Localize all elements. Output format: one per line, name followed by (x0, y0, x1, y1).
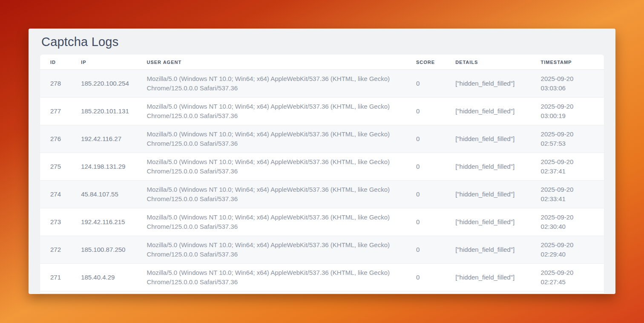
cell-details: ["hidden_field_filled"] (445, 208, 530, 236)
cell-timestamp: 2025-09-20 02:27:45 (531, 264, 604, 291)
cell-timestamp: 2025-09-20 02:29:40 (531, 236, 604, 264)
cell-timestamp: 2025-09-20 02:33:41 (531, 181, 604, 208)
cell-user_agent: Mozilla/5.0 (Windows NT 10.0; Win64; x64… (137, 153, 406, 181)
cell-details: ["hidden_field_filled"] (445, 98, 530, 125)
table-row: 278185.220.100.254Mozilla/5.0 (Windows N… (40, 70, 604, 98)
table-row: 27445.84.107.55Mozilla/5.0 (Windows NT 1… (40, 181, 604, 208)
cell-id: 275 (40, 153, 71, 181)
cell-id: 274 (40, 181, 71, 208)
cell-score: 0 (406, 208, 445, 236)
captcha-logs-card: Captcha Logs IDIPUSER AGENTSCOREDETAILST… (29, 29, 615, 294)
cell-ip: 185.40.4.29 (71, 264, 136, 291)
cell-id: 278 (40, 70, 71, 98)
logs-table: IDIPUSER AGENTSCOREDETAILSTIMESTAMP 2781… (40, 55, 604, 291)
cell-user_agent: Mozilla/5.0 (Windows NT 10.0; Win64; x64… (137, 181, 406, 208)
logs-table-head: IDIPUSER AGENTSCOREDETAILSTIMESTAMP (40, 55, 604, 70)
logs-table-header-row: IDIPUSER AGENTSCOREDETAILSTIMESTAMP (40, 55, 604, 70)
table-row: 272185.100.87.250Mozilla/5.0 (Windows NT… (40, 236, 604, 264)
table-row: 271185.40.4.29Mozilla/5.0 (Windows NT 10… (40, 264, 604, 291)
cell-id: 272 (40, 236, 71, 264)
column-header-score: SCORE (406, 55, 445, 70)
cell-details: ["hidden_field_filled"] (445, 236, 530, 264)
logs-table-body: 278185.220.100.254Mozilla/5.0 (Windows N… (40, 70, 604, 291)
cell-user_agent: Mozilla/5.0 (Windows NT 10.0; Win64; x64… (137, 236, 406, 264)
cell-id: 276 (40, 125, 71, 153)
cell-id: 271 (40, 264, 71, 291)
cell-timestamp: 2025-09-20 02:30:40 (531, 208, 604, 236)
column-header-ip: IP (71, 55, 136, 70)
cell-score: 0 (406, 125, 445, 153)
cell-details: ["hidden_field_filled"] (445, 125, 530, 153)
table-row: 275124.198.131.29Mozilla/5.0 (Windows NT… (40, 153, 604, 181)
cell-ip: 192.42.116.215 (71, 208, 136, 236)
cell-score: 0 (406, 181, 445, 208)
cell-timestamp: 2025-09-20 03:00:19 (531, 98, 604, 125)
cell-details: ["hidden_field_filled"] (445, 70, 530, 98)
cell-ip: 124.198.131.29 (71, 153, 136, 181)
table-row: 277185.220.101.131Mozilla/5.0 (Windows N… (40, 98, 604, 125)
column-header-details: DETAILS (445, 55, 530, 70)
cell-user_agent: Mozilla/5.0 (Windows NT 10.0; Win64; x64… (137, 125, 406, 153)
table-row: 276192.42.116.27Mozilla/5.0 (Windows NT … (40, 125, 604, 153)
column-header-id: ID (40, 55, 71, 70)
cell-details: ["hidden_field_filled"] (445, 153, 530, 181)
cell-ip: 185.220.101.131 (71, 98, 136, 125)
cell-score: 0 (406, 236, 445, 264)
app-background: Captcha Logs IDIPUSER AGENTSCOREDETAILST… (0, 0, 644, 323)
cell-id: 273 (40, 208, 71, 236)
cell-timestamp: 2025-09-20 03:03:06 (531, 70, 604, 98)
cell-score: 0 (406, 70, 445, 98)
cell-score: 0 (406, 98, 445, 125)
cell-user_agent: Mozilla/5.0 (Windows NT 10.0; Win64; x64… (137, 70, 406, 98)
cell-ip: 185.220.100.254 (71, 70, 136, 98)
cell-id: 277 (40, 98, 71, 125)
cell-details: ["hidden_field_filled"] (445, 181, 530, 208)
column-header-timestamp: TIMESTAMP (531, 55, 604, 70)
page-title: Captcha Logs (29, 29, 615, 55)
cell-user_agent: Mozilla/5.0 (Windows NT 10.0; Win64; x64… (137, 264, 406, 291)
cell-user_agent: Mozilla/5.0 (Windows NT 10.0; Win64; x64… (137, 208, 406, 236)
cell-user_agent: Mozilla/5.0 (Windows NT 10.0; Win64; x64… (137, 98, 406, 125)
cell-score: 0 (406, 264, 445, 291)
cell-score: 0 (406, 153, 445, 181)
column-header-user_agent: USER AGENT (137, 55, 406, 70)
logs-table-panel: IDIPUSER AGENTSCOREDETAILSTIMESTAMP 2781… (40, 55, 604, 293)
cell-timestamp: 2025-09-20 02:57:53 (531, 125, 604, 153)
cell-details: ["hidden_field_filled"] (445, 264, 530, 291)
cell-timestamp: 2025-09-20 02:37:41 (531, 153, 604, 181)
cell-ip: 185.100.87.250 (71, 236, 136, 264)
cell-ip: 45.84.107.55 (71, 181, 136, 208)
table-row: 273192.42.116.215Mozilla/5.0 (Windows NT… (40, 208, 604, 236)
cell-ip: 192.42.116.27 (71, 125, 136, 153)
